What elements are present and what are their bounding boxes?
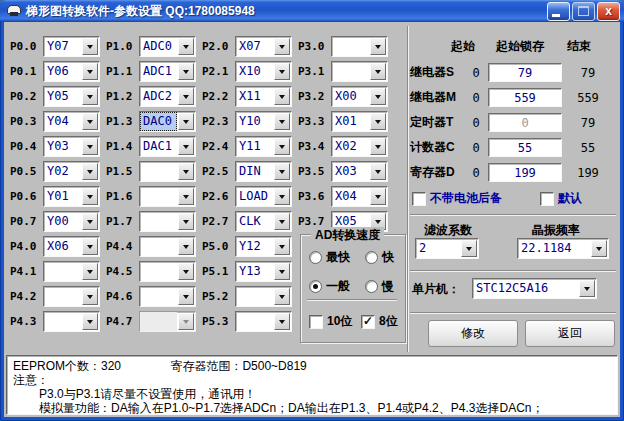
port-select-P5.0[interactable]: Y12 bbox=[235, 236, 292, 257]
chevron-down-icon[interactable] bbox=[178, 238, 194, 255]
port-select-P4.7[interactable] bbox=[139, 311, 196, 332]
default-checkbox[interactable]: 默认 bbox=[540, 190, 582, 207]
chevron-down-icon[interactable] bbox=[178, 263, 194, 280]
filter-coefficient-select[interactable]: 2 bbox=[415, 238, 479, 259]
crystal-frequency-select[interactable]: 22.1184 bbox=[517, 238, 609, 259]
chevron-down-icon[interactable] bbox=[370, 38, 386, 55]
ad-bit-checkbox-0[interactable]: 10位 bbox=[309, 313, 361, 330]
chevron-down-icon[interactable] bbox=[370, 88, 386, 105]
chevron-down-icon[interactable] bbox=[82, 88, 98, 105]
port-select-P3.3[interactable]: X01 bbox=[331, 111, 388, 132]
port-select-P2.1[interactable]: X10 bbox=[235, 61, 292, 82]
chevron-down-icon[interactable] bbox=[178, 88, 194, 105]
memory-latch-input[interactable]: 199 bbox=[488, 163, 562, 182]
port-select-P3.2[interactable]: X00 bbox=[331, 86, 388, 107]
chevron-down-icon[interactable] bbox=[370, 138, 386, 155]
port-select-P1.4[interactable]: DAC1 bbox=[139, 136, 196, 157]
port-select-P1.6[interactable] bbox=[139, 186, 196, 207]
chevron-down-icon[interactable] bbox=[274, 138, 290, 155]
chevron-down-icon[interactable] bbox=[178, 38, 194, 55]
chevron-down-icon[interactable] bbox=[591, 240, 607, 257]
chevron-down-icon[interactable] bbox=[178, 113, 194, 130]
chevron-down-icon[interactable] bbox=[178, 213, 194, 230]
ad-speed-radio-1[interactable]: 快 bbox=[365, 249, 409, 266]
mcu-select[interactable]: STC12C5A16 bbox=[472, 278, 597, 299]
checkbox-icon[interactable] bbox=[361, 315, 375, 329]
chevron-down-icon[interactable] bbox=[274, 63, 290, 80]
chevron-down-icon[interactable] bbox=[274, 263, 290, 280]
chevron-down-icon[interactable] bbox=[82, 313, 98, 330]
port-select-P4.2[interactable] bbox=[43, 286, 100, 307]
port-select-P3.0[interactable] bbox=[331, 36, 388, 57]
radio-icon[interactable] bbox=[365, 280, 378, 293]
back-button[interactable]: 返回 bbox=[525, 320, 615, 347]
port-select-P2.7[interactable]: CLK bbox=[235, 211, 292, 232]
ad-bit-checkbox-1[interactable]: 8位 bbox=[361, 313, 405, 330]
chevron-down-icon[interactable] bbox=[274, 113, 290, 130]
chevron-down-icon[interactable] bbox=[274, 163, 290, 180]
chevron-down-icon[interactable] bbox=[82, 288, 98, 305]
port-select-P4.3[interactable] bbox=[43, 311, 100, 332]
chevron-down-icon[interactable] bbox=[178, 188, 194, 205]
chevron-down-icon[interactable] bbox=[461, 240, 477, 257]
no-battery-checkbox-box[interactable] bbox=[412, 192, 426, 206]
port-select-P0.7[interactable]: Y00 bbox=[43, 211, 100, 232]
chevron-down-icon[interactable] bbox=[370, 113, 386, 130]
minimize-button[interactable] bbox=[547, 2, 570, 21]
chevron-down-icon[interactable] bbox=[370, 188, 386, 205]
port-select-P3.4[interactable]: X02 bbox=[331, 136, 388, 157]
memory-latch-input[interactable]: 559 bbox=[488, 88, 562, 107]
port-select-P0.1[interactable]: Y06 bbox=[43, 61, 100, 82]
chevron-down-icon[interactable] bbox=[274, 213, 290, 230]
chevron-down-icon[interactable] bbox=[274, 238, 290, 255]
chevron-down-icon[interactable] bbox=[178, 163, 194, 180]
port-select-P1.7[interactable] bbox=[139, 211, 196, 232]
chevron-down-icon[interactable] bbox=[82, 113, 98, 130]
chevron-down-icon[interactable] bbox=[370, 63, 386, 80]
port-select-P2.5[interactable]: DIN bbox=[235, 161, 292, 182]
chevron-down-icon[interactable] bbox=[370, 163, 386, 180]
chevron-down-icon[interactable] bbox=[82, 38, 98, 55]
port-select-P2.0[interactable]: X07 bbox=[235, 36, 292, 57]
chevron-down-icon[interactable] bbox=[82, 188, 98, 205]
port-select-P2.6[interactable]: LOAD bbox=[235, 186, 292, 207]
ad-speed-radio-2[interactable]: 一般 bbox=[309, 278, 365, 295]
port-select-P2.2[interactable]: X11 bbox=[235, 86, 292, 107]
memory-latch-input[interactable]: 79 bbox=[488, 63, 562, 82]
port-select-P4.6[interactable] bbox=[139, 286, 196, 307]
port-select-P2.4[interactable]: Y11 bbox=[235, 136, 292, 157]
ad-speed-radio-0[interactable]: 最快 bbox=[309, 249, 365, 266]
chevron-down-icon[interactable] bbox=[82, 263, 98, 280]
port-select-P1.1[interactable]: ADC1 bbox=[139, 61, 196, 82]
memory-latch-input[interactable]: 55 bbox=[488, 138, 562, 157]
close-button[interactable]: x bbox=[597, 2, 620, 21]
chevron-down-icon[interactable] bbox=[274, 188, 290, 205]
port-select-P0.2[interactable]: Y05 bbox=[43, 86, 100, 107]
modify-button[interactable]: 修改 bbox=[428, 320, 518, 347]
port-select-P0.3[interactable]: Y04 bbox=[43, 111, 100, 132]
chevron-down-icon[interactable] bbox=[274, 313, 290, 330]
radio-icon[interactable] bbox=[309, 280, 322, 293]
chevron-down-icon[interactable] bbox=[274, 88, 290, 105]
port-select-P3.5[interactable]: X03 bbox=[331, 161, 388, 182]
port-select-P0.6[interactable]: Y01 bbox=[43, 186, 100, 207]
port-select-P1.2[interactable]: ADC2 bbox=[139, 86, 196, 107]
port-select-P1.0[interactable]: ADC0 bbox=[139, 36, 196, 57]
chevron-down-icon[interactable] bbox=[178, 288, 194, 305]
port-select-P3.6[interactable]: X04 bbox=[331, 186, 388, 207]
port-select-P1.5[interactable] bbox=[139, 161, 196, 182]
no-battery-checkbox[interactable]: 不带电池后备 bbox=[412, 190, 540, 207]
port-select-P1.3[interactable]: DAC0 bbox=[139, 111, 196, 132]
chevron-down-icon[interactable] bbox=[82, 138, 98, 155]
chevron-down-icon[interactable] bbox=[178, 313, 194, 330]
port-select-P5.3[interactable] bbox=[235, 311, 292, 332]
port-select-P4.5[interactable] bbox=[139, 261, 196, 282]
chevron-down-icon[interactable] bbox=[274, 38, 290, 55]
radio-icon[interactable] bbox=[365, 251, 378, 264]
chevron-down-icon[interactable] bbox=[82, 63, 98, 80]
chevron-down-icon[interactable] bbox=[82, 163, 98, 180]
chevron-down-icon[interactable] bbox=[82, 213, 98, 230]
port-select-P4.0[interactable]: X06 bbox=[43, 236, 100, 257]
memory-latch-input[interactable]: 0 bbox=[488, 113, 562, 132]
port-select-P4.4[interactable] bbox=[139, 236, 196, 257]
